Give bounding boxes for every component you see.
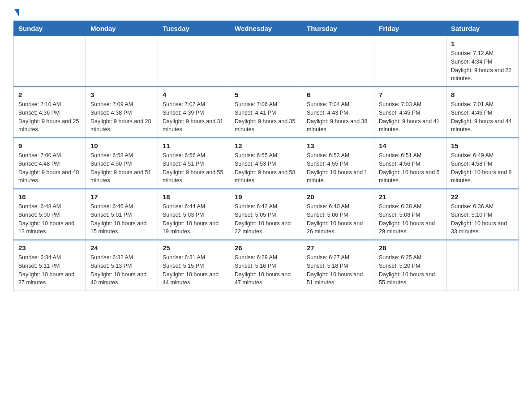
day-number: 18	[163, 193, 225, 201]
page-header	[13, 9, 519, 16]
day-number: 16	[18, 193, 81, 201]
day-info: Sunrise: 6:31 AMSunset: 5:15 PMDaylight:…	[163, 253, 225, 287]
logo-triangle-icon	[14, 9, 19, 16]
calendar-cell	[158, 36, 230, 87]
day-number: 24	[90, 244, 153, 252]
day-info: Sunrise: 6:58 AMSunset: 4:50 PMDaylight:…	[90, 151, 153, 185]
day-info: Sunrise: 7:07 AMSunset: 4:39 PMDaylight:…	[163, 100, 225, 134]
day-number: 25	[163, 244, 225, 252]
day-info: Sunrise: 7:09 AMSunset: 4:38 PMDaylight:…	[90, 100, 153, 134]
calendar-cell: 1Sunrise: 7:12 AMSunset: 4:34 PMDaylight…	[446, 36, 519, 87]
day-info: Sunrise: 6:48 AMSunset: 5:00 PMDaylight:…	[18, 202, 81, 236]
day-number: 11	[163, 142, 225, 150]
day-number: 26	[235, 244, 297, 252]
day-number: 10	[90, 142, 153, 150]
calendar-cell: 5Sunrise: 7:06 AMSunset: 4:41 PMDaylight…	[230, 87, 302, 138]
calendar-cell: 26Sunrise: 6:29 AMSunset: 5:16 PMDayligh…	[230, 240, 302, 291]
column-header-wednesday: Wednesday	[230, 21, 302, 36]
column-header-monday: Monday	[86, 21, 158, 36]
calendar-cell: 19Sunrise: 6:42 AMSunset: 5:05 PMDayligh…	[230, 189, 302, 240]
day-info: Sunrise: 6:56 AMSunset: 4:51 PMDaylight:…	[163, 151, 225, 185]
calendar-cell: 23Sunrise: 6:34 AMSunset: 5:11 PMDayligh…	[14, 240, 86, 291]
day-number: 2	[18, 91, 81, 98]
day-number: 21	[379, 193, 442, 201]
day-number: 3	[90, 91, 153, 98]
calendar-cell: 4Sunrise: 7:07 AMSunset: 4:39 PMDaylight…	[158, 87, 230, 138]
week-row-1: 1Sunrise: 7:12 AMSunset: 4:34 PMDaylight…	[14, 36, 519, 87]
day-info: Sunrise: 7:01 AMSunset: 4:46 PMDaylight:…	[451, 100, 514, 134]
day-number: 6	[307, 91, 369, 98]
calendar-cell: 24Sunrise: 6:32 AMSunset: 5:13 PMDayligh…	[86, 240, 158, 291]
week-row-5: 23Sunrise: 6:34 AMSunset: 5:11 PMDayligh…	[14, 240, 519, 291]
day-number: 22	[451, 193, 514, 201]
day-info: Sunrise: 6:32 AMSunset: 5:13 PMDaylight:…	[90, 253, 153, 287]
calendar-cell	[446, 240, 519, 291]
day-number: 4	[163, 91, 225, 98]
week-row-4: 16Sunrise: 6:48 AMSunset: 5:00 PMDayligh…	[14, 189, 519, 240]
day-number: 19	[235, 193, 297, 201]
calendar-cell: 17Sunrise: 6:46 AMSunset: 5:01 PMDayligh…	[86, 189, 158, 240]
day-number: 5	[235, 91, 297, 98]
day-info: Sunrise: 6:34 AMSunset: 5:11 PMDaylight:…	[18, 253, 81, 287]
calendar-header-row: SundayMondayTuesdayWednesdayThursdayFrid…	[14, 21, 519, 36]
day-info: Sunrise: 7:12 AMSunset: 4:34 PMDaylight:…	[451, 49, 514, 83]
calendar-cell: 21Sunrise: 6:38 AMSunset: 5:08 PMDayligh…	[374, 189, 446, 240]
day-info: Sunrise: 7:00 AMSunset: 4:48 PMDaylight:…	[18, 151, 81, 185]
week-row-2: 2Sunrise: 7:10 AMSunset: 4:36 PMDaylight…	[14, 87, 519, 138]
day-info: Sunrise: 6:44 AMSunset: 5:03 PMDaylight:…	[163, 202, 225, 236]
day-info: Sunrise: 6:25 AMSunset: 5:20 PMDaylight:…	[379, 253, 442, 287]
calendar-cell: 25Sunrise: 6:31 AMSunset: 5:15 PMDayligh…	[158, 240, 230, 291]
calendar-cell	[230, 36, 302, 87]
calendar-cell: 18Sunrise: 6:44 AMSunset: 5:03 PMDayligh…	[158, 189, 230, 240]
calendar-cell: 28Sunrise: 6:25 AMSunset: 5:20 PMDayligh…	[374, 240, 446, 291]
calendar-cell	[14, 36, 86, 87]
column-header-thursday: Thursday	[302, 21, 374, 36]
week-row-3: 9Sunrise: 7:00 AMSunset: 4:48 PMDaylight…	[14, 138, 519, 189]
column-header-sunday: Sunday	[14, 21, 86, 36]
day-info: Sunrise: 6:38 AMSunset: 5:08 PMDaylight:…	[379, 202, 442, 236]
calendar-cell: 22Sunrise: 6:36 AMSunset: 5:10 PMDayligh…	[446, 189, 519, 240]
calendar-table: SundayMondayTuesdayWednesdayThursdayFrid…	[13, 21, 519, 291]
calendar-cell: 11Sunrise: 6:56 AMSunset: 4:51 PMDayligh…	[158, 138, 230, 189]
day-number: 12	[235, 142, 297, 150]
calendar-cell: 8Sunrise: 7:01 AMSunset: 4:46 PMDaylight…	[446, 87, 519, 138]
day-number: 9	[18, 142, 81, 150]
day-info: Sunrise: 6:40 AMSunset: 5:06 PMDaylight:…	[307, 202, 369, 236]
calendar-cell: 7Sunrise: 7:03 AMSunset: 4:45 PMDaylight…	[374, 87, 446, 138]
logo	[13, 9, 19, 16]
day-info: Sunrise: 7:04 AMSunset: 4:43 PMDaylight:…	[307, 100, 369, 134]
calendar-cell: 9Sunrise: 7:00 AMSunset: 4:48 PMDaylight…	[14, 138, 86, 189]
day-number: 23	[18, 244, 81, 252]
day-number: 20	[307, 193, 369, 201]
day-number: 7	[379, 91, 442, 98]
day-info: Sunrise: 7:06 AMSunset: 4:41 PMDaylight:…	[235, 100, 297, 134]
day-number: 28	[379, 244, 442, 252]
calendar-cell: 12Sunrise: 6:55 AMSunset: 4:53 PMDayligh…	[230, 138, 302, 189]
day-number: 15	[451, 142, 514, 150]
calendar-cell	[374, 36, 446, 87]
day-info: Sunrise: 6:55 AMSunset: 4:53 PMDaylight:…	[235, 151, 297, 185]
calendar-cell: 27Sunrise: 6:27 AMSunset: 5:18 PMDayligh…	[302, 240, 374, 291]
column-header-friday: Friday	[374, 21, 446, 36]
day-number: 8	[451, 91, 514, 98]
day-info: Sunrise: 6:36 AMSunset: 5:10 PMDaylight:…	[451, 202, 514, 236]
calendar-cell: 15Sunrise: 6:49 AMSunset: 4:58 PMDayligh…	[446, 138, 519, 189]
day-info: Sunrise: 6:51 AMSunset: 4:56 PMDaylight:…	[379, 151, 442, 185]
day-number: 27	[307, 244, 369, 252]
calendar-cell: 13Sunrise: 6:53 AMSunset: 4:55 PMDayligh…	[302, 138, 374, 189]
day-info: Sunrise: 6:46 AMSunset: 5:01 PMDaylight:…	[90, 202, 153, 236]
calendar-cell: 20Sunrise: 6:40 AMSunset: 5:06 PMDayligh…	[302, 189, 374, 240]
day-number: 17	[90, 193, 153, 201]
day-number: 1	[451, 40, 514, 47]
calendar-cell	[302, 36, 374, 87]
day-number: 14	[379, 142, 442, 150]
calendar-cell: 6Sunrise: 7:04 AMSunset: 4:43 PMDaylight…	[302, 87, 374, 138]
calendar-cell	[86, 36, 158, 87]
calendar-cell: 10Sunrise: 6:58 AMSunset: 4:50 PMDayligh…	[86, 138, 158, 189]
day-number: 13	[307, 142, 369, 150]
day-info: Sunrise: 6:49 AMSunset: 4:58 PMDaylight:…	[451, 151, 514, 185]
day-info: Sunrise: 7:10 AMSunset: 4:36 PMDaylight:…	[18, 100, 81, 134]
calendar-cell: 3Sunrise: 7:09 AMSunset: 4:38 PMDaylight…	[86, 87, 158, 138]
calendar-cell: 2Sunrise: 7:10 AMSunset: 4:36 PMDaylight…	[14, 87, 86, 138]
day-info: Sunrise: 6:29 AMSunset: 5:16 PMDaylight:…	[235, 253, 297, 287]
